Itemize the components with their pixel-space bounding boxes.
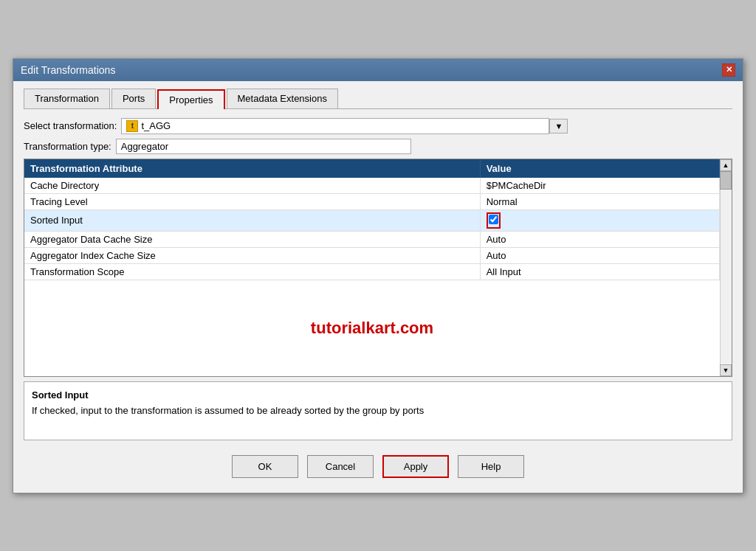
button-row: OK Cancel Apply Help: [24, 449, 732, 485]
dialog-title: Edit Transformations: [21, 64, 115, 76]
val-agg-data-cache: Auto: [480, 231, 719, 247]
attr-cache-directory: Cache Directory: [24, 178, 480, 194]
transformation-dropdown-arrow[interactable]: ▼: [549, 119, 568, 134]
ok-button[interactable]: OK: [232, 455, 298, 478]
scroll-up-button[interactable]: ▲: [720, 159, 732, 171]
val-transformation-scope: All Input: [480, 263, 719, 280]
description-title: Sorted Input: [32, 389, 724, 401]
val-sorted-input: [480, 209, 719, 231]
col-header-attribute: Transformation Attribute: [24, 159, 480, 178]
tab-ports[interactable]: Ports: [111, 89, 156, 108]
attributes-table: Transformation Attribute Value Cache Dir…: [24, 159, 720, 280]
close-button[interactable]: ✕: [722, 63, 735, 77]
apply-button[interactable]: Apply: [382, 455, 449, 478]
close-icon: ✕: [726, 65, 732, 74]
tab-properties[interactable]: Properties: [157, 89, 224, 109]
sorted-input-checkbox[interactable]: [489, 215, 498, 224]
watermark: tutorialkart.com: [311, 319, 433, 338]
table-row[interactable]: Cache Directory $PMCacheDir: [24, 178, 720, 194]
tab-bar: Transformation Ports Properties Metadata…: [24, 89, 732, 109]
table-row[interactable]: Transformation Scope All Input: [24, 263, 720, 280]
dialog-body: Transformation Ports Properties Metadata…: [13, 81, 743, 493]
t-icon: t: [126, 120, 138, 132]
col-header-value: Value: [480, 159, 719, 178]
table-header: Transformation Attribute Value: [24, 159, 720, 178]
table-row[interactable]: Aggregator Data Cache Size Auto: [24, 231, 720, 247]
title-bar: Edit Transformations ✕: [13, 59, 743, 81]
transformation-type-row: Transformation type: Aggregator: [24, 139, 732, 154]
scroll-thumb[interactable]: [720, 171, 732, 190]
transformation-type-label: Transformation type:: [24, 141, 111, 152]
select-transformation-label: Select transformation:: [24, 120, 117, 131]
table-body: Cache Directory $PMCacheDir Tracing Leve…: [24, 178, 720, 280]
tab-metadata-extensions[interactable]: Metadata Extensions: [227, 89, 338, 108]
scroll-down-button[interactable]: ▼: [720, 364, 732, 376]
select-transformation-row: Select transformation: t t_AGG ▼: [24, 118, 732, 134]
val-agg-index-cache: Auto: [480, 247, 719, 263]
table-row[interactable]: Aggregator Index Cache Size Auto: [24, 247, 720, 263]
transformation-type-value: Aggregator: [116, 139, 411, 154]
help-button[interactable]: Help: [458, 455, 524, 478]
description-text: If checked, input to the transformation …: [32, 405, 724, 416]
val-cache-directory: $PMCacheDir: [480, 178, 719, 194]
attr-agg-data-cache: Aggregator Data Cache Size: [24, 231, 480, 247]
scrollbar[interactable]: ▲ ▼: [720, 159, 732, 376]
transformation-select-box[interactable]: t t_AGG: [121, 118, 549, 134]
val-tracing-level: Normal: [480, 193, 719, 209]
attr-agg-index-cache: Aggregator Index Cache Size: [24, 247, 480, 263]
edit-transformations-dialog: Edit Transformations ✕ Transformation Po…: [13, 58, 743, 493]
tab-transformation[interactable]: Transformation: [24, 89, 110, 108]
description-box: Sorted Input If checked, input to the tr…: [24, 381, 732, 440]
attr-transformation-scope: Transformation Scope: [24, 263, 480, 280]
attr-sorted-input: Sorted Input: [24, 209, 480, 231]
cancel-button[interactable]: Cancel: [307, 455, 374, 478]
table-row[interactable]: Tracing Level Normal: [24, 193, 720, 209]
attr-tracing-level: Tracing Level: [24, 193, 480, 209]
sorted-input-checkbox-wrapper[interactable]: [487, 212, 501, 229]
transformation-name: t_AGG: [141, 120, 171, 131]
attributes-table-container: Transformation Attribute Value Cache Dir…: [24, 159, 732, 377]
table-row[interactable]: Sorted Input: [24, 209, 720, 231]
